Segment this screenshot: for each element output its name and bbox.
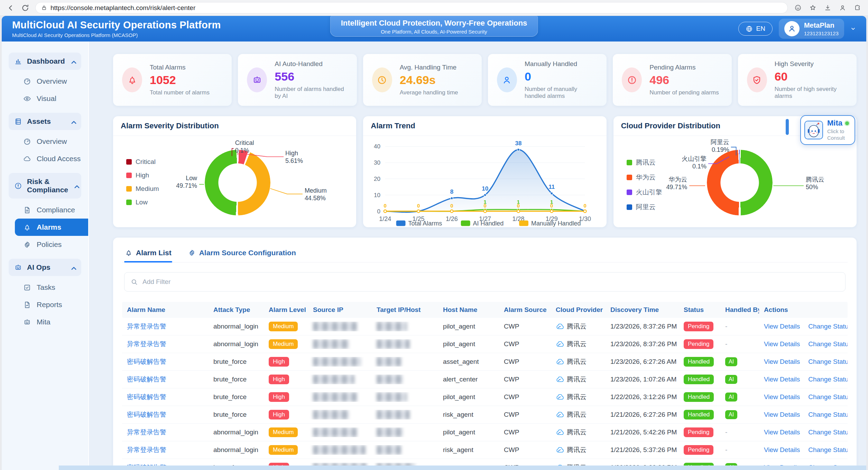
filter-input[interactable]: [142, 278, 839, 286]
view-details-link[interactable]: View Details: [764, 428, 800, 436]
change-status-link[interactable]: Change Status: [808, 446, 848, 454]
stat-value: 556: [275, 70, 348, 83]
main-content: Total Alarms 1052 Total number of alarms…: [89, 42, 866, 470]
legend-item-火山引擎[interactable]: 火山引擎: [627, 188, 662, 197]
sidebar-item-mita[interactable]: Mita: [2, 313, 88, 331]
alarm-name-link[interactable]: 异常登录告警: [127, 445, 166, 454]
language-switcher[interactable]: EN: [738, 22, 772, 36]
stat-label: Pending Alarms: [649, 64, 719, 71]
bookmark-star-icon[interactable]: [808, 3, 817, 12]
mita-handle[interactable]: [786, 119, 789, 135]
legend-item-华为云[interactable]: 华为云: [627, 173, 662, 182]
cloud-provider-icon: [556, 394, 564, 400]
sidebar-item-tasks[interactable]: Tasks: [2, 279, 88, 296]
tab-alarm-list[interactable]: Alarm List: [124, 245, 172, 262]
cloud-provider-icon: [556, 359, 564, 365]
alarm-name-link[interactable]: 密码破解告警: [127, 393, 166, 402]
alarm-name-link[interactable]: 密码破解告警: [127, 410, 166, 419]
tab-alarm-source-configuration[interactable]: Alarm Source Configuration: [187, 245, 297, 262]
svg-text:30: 30: [374, 159, 380, 166]
alarm-name-link[interactable]: 异常登录告警: [127, 340, 166, 349]
sidebar-section-dashboard[interactable]: Dashboard: [9, 53, 81, 70]
change-status-link[interactable]: Change Status: [808, 411, 848, 418]
change-status-link[interactable]: Change Status: [808, 340, 848, 348]
alarm-panel: Alarm ListAlarm Source Configuration Ala…: [113, 238, 857, 470]
horizontal-scrollbar[interactable]: [59, 466, 866, 470]
view-details-link[interactable]: View Details: [764, 411, 800, 418]
reload-icon[interactable]: [21, 3, 30, 12]
legend-item-阿里云[interactable]: 阿里云: [627, 203, 662, 212]
legend-swatch: [126, 173, 132, 178]
view-details-link[interactable]: View Details: [764, 323, 800, 330]
extensions-icon[interactable]: [853, 3, 862, 12]
stat-label: High Severity: [775, 60, 848, 68]
alarm-tabs: Alarm ListAlarm Source Configuration: [122, 242, 848, 262]
source-ip-redacted: [313, 427, 357, 437]
sidebar-section-risk-compliance[interactable]: Risk & Compliance: [9, 173, 81, 199]
change-status-link[interactable]: Change Status: [808, 428, 848, 436]
download-icon[interactable]: [823, 3, 832, 12]
sidebar-item-alarms[interactable]: Alarms: [15, 219, 88, 236]
back-icon[interactable]: [6, 3, 15, 12]
view-details-link[interactable]: View Details: [764, 393, 800, 401]
alarm-level-badge: Medium: [269, 445, 298, 455]
sidebar-item-overview[interactable]: Overview: [2, 73, 88, 90]
stat-desc: Number of alarms handled by AI: [275, 86, 348, 100]
app-subtitle: MultiCloud AI Security Operations Platfo…: [12, 32, 221, 38]
change-status-link[interactable]: Change Status: [808, 323, 848, 330]
sidebar-item-reports[interactable]: Reports: [2, 296, 88, 313]
alarm-name-link[interactable]: 异常登录告警: [127, 322, 166, 331]
gauge-icon: [23, 138, 31, 146]
stat-desc: Number of high severity alarms: [775, 86, 848, 100]
sidebar-item-policies[interactable]: Policies: [2, 236, 88, 253]
alarm-name-link[interactable]: 密码破解告警: [127, 357, 166, 366]
url-text: https://console.metaplantech.com/risk/al…: [50, 4, 195, 12]
view-details-link[interactable]: View Details: [764, 358, 800, 366]
cloud-provider-icon: [556, 324, 564, 330]
robot-icon: [23, 318, 31, 326]
change-status-link[interactable]: Change Status: [808, 376, 848, 383]
user-menu[interactable]: MetaPlan 123123123123: [779, 19, 844, 39]
sidebar-item-cloud-access[interactable]: Cloud Access: [2, 150, 88, 167]
cloud-provider-icon: [556, 430, 564, 435]
svg-text:0: 0: [451, 203, 453, 209]
legend-item-low[interactable]: Low: [126, 199, 159, 206]
sidebar-section-label: Assets: [27, 117, 65, 126]
change-status-link[interactable]: Change Status: [808, 393, 848, 401]
alarm-name-link[interactable]: 密码破解告警: [127, 375, 166, 384]
trend-plot: 0102030401/241/251/261/271/281/291/30810…: [363, 136, 606, 227]
legend-item-high[interactable]: High: [126, 172, 159, 179]
view-details-link[interactable]: View Details: [764, 376, 800, 383]
status-badge: Handled: [684, 392, 714, 402]
reader-icon[interactable]: [793, 3, 802, 12]
cloud-provider-icon: [556, 377, 564, 383]
sidebar-item-compliance[interactable]: Compliance: [2, 201, 88, 219]
svg-text:49.71%: 49.71%: [666, 184, 687, 191]
view-details-link[interactable]: View Details: [764, 340, 800, 348]
legend-item-critical[interactable]: Critical: [126, 158, 159, 166]
sidebar-section-assets[interactable]: Assets: [9, 113, 81, 130]
legend-item-medium[interactable]: Medium: [126, 185, 159, 193]
profile-icon[interactable]: [838, 3, 847, 12]
legend-swatch: [126, 159, 132, 165]
sidebar-item-overview[interactable]: Overview: [2, 133, 88, 150]
alarm-level-badge: Medium: [269, 322, 298, 332]
view-details-link[interactable]: View Details: [764, 446, 800, 454]
legend-item-腾讯云[interactable]: 腾讯云: [627, 158, 662, 167]
svg-text:Critical: Critical: [235, 139, 254, 146]
file-chart-icon: [23, 301, 31, 309]
sidebar-item-label: Cloud Access: [37, 155, 81, 163]
stat-desc: Number of pending alarms: [649, 89, 719, 96]
mita-assistant-widget[interactable]: Mita Click to Consult: [800, 115, 855, 145]
svg-text:1/24: 1/24: [379, 215, 391, 222]
chevron-up-icon: [70, 119, 76, 125]
svg-text:0.19%: 0.19%: [712, 146, 729, 153]
url-bar[interactable]: https://console.metaplantech.com/risk/al…: [35, 2, 788, 13]
alarm-name-link[interactable]: 异常登录告警: [127, 428, 166, 437]
sidebar-section-ai-ops[interactable]: AI Ops: [9, 259, 81, 276]
svg-text:0: 0: [517, 203, 520, 209]
sidebar-item-visual[interactable]: Visual: [2, 90, 88, 107]
handled-by-empty: -: [725, 446, 727, 454]
alarm-source-cell: CWP: [499, 358, 551, 366]
change-status-link[interactable]: Change Status: [808, 358, 848, 366]
